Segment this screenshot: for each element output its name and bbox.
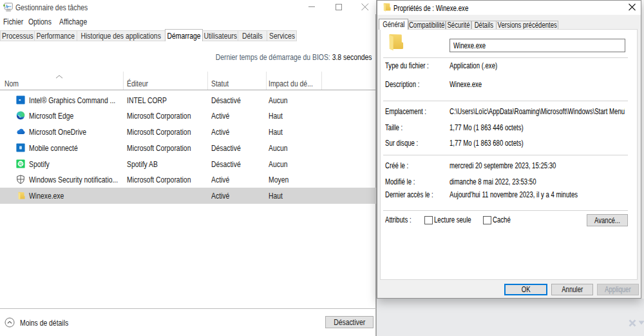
separator xyxy=(383,155,628,155)
menu-options[interactable]: Options xyxy=(28,14,57,28)
table-row-edge[interactable]: Microsoft Edge Microsoft Corporation Act… xyxy=(0,108,376,124)
field-value: 1,77 Mo (1 863 680 octets) xyxy=(450,139,542,148)
field-label: Type du fichier : xyxy=(385,61,440,70)
column-divider[interactable] xyxy=(207,72,208,90)
cell-name: Winexe.exe xyxy=(29,188,73,204)
field-label: Sur disque : xyxy=(385,139,426,148)
cell-name: Microsoft OneDrive xyxy=(29,124,100,140)
cell-status: Désactivé xyxy=(211,156,248,172)
cell-name: Spotify xyxy=(29,156,55,172)
dialog-tab-general[interactable]: Général xyxy=(379,19,408,30)
cell-publisher: Microsoft Corporation xyxy=(127,172,207,188)
tab-performance[interactable]: Performance xyxy=(34,30,77,41)
sort-ascending-icon[interactable] xyxy=(55,75,63,79)
field-value: dimanche 8 mai 2022, 23:53:50 xyxy=(450,177,558,186)
column-header-editeur[interactable]: Éditeur xyxy=(127,79,153,88)
column-header-impact[interactable]: Impact du dé... xyxy=(269,79,324,88)
apply-button[interactable]: Appliquer xyxy=(597,284,639,295)
dialog-title: Propriétés de : Winexe.exe xyxy=(393,3,494,12)
cell-status: Activé xyxy=(211,172,234,188)
less-details-toggle[interactable]: Moins de détails xyxy=(20,318,80,327)
column-header-nom[interactable]: Nom xyxy=(5,79,22,88)
cell-impact: Aucun xyxy=(269,140,292,156)
properties-dialog: Propriétés de : Winexe.exe Général Compa… xyxy=(377,0,641,299)
cell-status: Activé xyxy=(211,124,234,140)
folder-icon xyxy=(16,191,25,200)
separator xyxy=(383,57,628,58)
column-header-statut[interactable]: Statut xyxy=(211,79,233,88)
task-manager-titlebar[interactable]: Gestionnaire des tâches xyxy=(0,0,376,14)
phone-link-icon xyxy=(16,143,25,152)
intel-graphics-icon xyxy=(16,95,25,104)
field-value: 1,77 Mo (1 863 446 octets) xyxy=(450,124,542,132)
background-window-strip xyxy=(641,0,644,299)
menu-file[interactable]: Fichier xyxy=(3,14,28,28)
field-label: Créé le : xyxy=(385,162,414,170)
filename-input[interactable]: Winexe.exe xyxy=(450,39,625,52)
menu-view[interactable]: Affichage xyxy=(59,14,94,28)
cell-publisher: INTEL CORP xyxy=(127,92,177,108)
dialog-tab-securite[interactable]: Sécurité xyxy=(446,21,471,30)
less-details-icon[interactable] xyxy=(5,317,15,328)
column-divider[interactable] xyxy=(266,72,267,90)
tab-historique[interactable]: Historique des applications xyxy=(77,30,166,41)
table-row-intel[interactable]: Intel® Graphics Command ... INTEL CORP D… xyxy=(0,92,376,108)
tab-utilisateurs[interactable]: Utilisateurs xyxy=(202,30,238,41)
ok-button[interactable]: OK xyxy=(504,284,547,295)
tab-processus[interactable]: Processus xyxy=(0,30,35,41)
table-row-mobile[interactable]: Mobile connecté Microsoft Corporation Dé… xyxy=(0,140,376,156)
field-label: Dernier accès le : xyxy=(385,191,445,199)
cell-impact: Haut xyxy=(269,108,286,124)
table-row-onedrive[interactable]: Microsoft OneDrive Microsoft Corporation… xyxy=(0,124,376,140)
advanced-button[interactable]: Avancé... xyxy=(587,214,628,226)
background-close-icon xyxy=(628,319,637,328)
readonly-checkbox[interactable] xyxy=(424,216,433,224)
field-value: Aujourd'hui 11 novembre 2023, il y a 4 m… xyxy=(450,191,610,199)
close-button[interactable] xyxy=(355,0,374,14)
cancel-button[interactable]: Annuler xyxy=(551,284,593,295)
cell-publisher: Spotify AB xyxy=(127,156,166,172)
dialog-tab-versions[interactable]: Versions précédentes xyxy=(496,21,558,30)
cell-impact: Aucun xyxy=(269,156,292,172)
task-manager-app-icon xyxy=(3,3,13,12)
tab-demarrage[interactable]: Démarrage xyxy=(165,29,203,41)
field-label: Emplacement : xyxy=(385,108,437,116)
desktop-background xyxy=(377,299,644,336)
tab-details[interactable]: Détails xyxy=(238,30,267,41)
field-label: Modifié le : xyxy=(385,177,422,186)
bios-value: 3.8 secondes xyxy=(332,52,372,62)
hidden-checkbox[interactable] xyxy=(483,216,491,224)
cell-publisher: Microsoft Corporation xyxy=(127,124,207,140)
cell-status: Désactivé xyxy=(211,140,248,156)
table-row-spotify[interactable]: Spotify Spotify AB Désactivé Aucun xyxy=(0,156,376,172)
attributes-label: Attributs : xyxy=(385,215,418,224)
cell-impact: Moyen xyxy=(269,172,294,188)
dialog-tab-compatibilite[interactable]: Compatibilité xyxy=(408,21,446,30)
task-manager-window-title: Gestionnaire des tâches xyxy=(15,0,106,14)
table-row-windows-security[interactable]: Windows Security notificatio... Microsof… xyxy=(0,172,376,188)
folder-icon-small xyxy=(381,2,391,12)
disable-button[interactable]: Désactiver xyxy=(325,316,374,328)
dialog-close-icon[interactable] xyxy=(627,2,638,12)
separator xyxy=(383,210,628,211)
bios-startup-time: Dernier temps de démarrage du BIOS: 3.8 … xyxy=(176,52,372,61)
dialog-tab-details[interactable]: Détails xyxy=(471,21,497,30)
field-label: Taille : xyxy=(385,124,407,132)
tab-services[interactable]: Services xyxy=(267,30,297,41)
minimize-button[interactable] xyxy=(302,0,321,14)
field-value: C:\Users\Loïc\AppData\Roaming\Microsoft\… xyxy=(450,108,625,116)
table-row-winexe[interactable]: Winexe.exe Activé Haut xyxy=(0,188,376,204)
spotify-icon xyxy=(16,159,25,168)
field-value: Winexe.exe xyxy=(450,81,490,89)
task-manager-window: Gestionnaire des tâches Fichier Options … xyxy=(0,0,377,336)
column-divider[interactable] xyxy=(123,72,124,90)
cell-status: Activé xyxy=(211,108,234,124)
maximize-button[interactable] xyxy=(329,0,348,14)
windows-security-icon xyxy=(16,175,25,184)
onedrive-icon xyxy=(16,127,25,136)
background-chevron-down-icon xyxy=(638,321,644,326)
field-value: mercredi 20 septembre 2023, 15:25:30 xyxy=(450,162,583,170)
cell-publisher: Microsoft Corporation xyxy=(127,108,207,124)
hidden-label: Caché xyxy=(493,215,515,224)
bios-label: Dernier temps de démarrage du BIOS: xyxy=(216,52,330,62)
